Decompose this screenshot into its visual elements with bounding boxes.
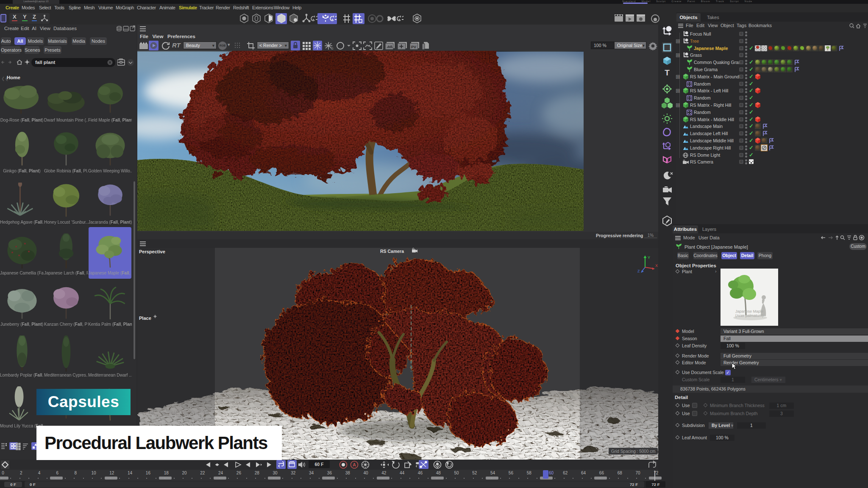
svg-text:PV: PV xyxy=(411,45,416,49)
svg-text:(Acer palmatum): (Acer palmatum) xyxy=(735,313,764,318)
svg-text:Place: Place xyxy=(139,316,151,321)
svg-text:G: G xyxy=(331,47,333,50)
svg-text:T: T xyxy=(665,68,670,77)
svg-text:Japanese Maple: Japanese Maple xyxy=(735,309,763,313)
svg-text:RS Camera: RS Camera xyxy=(380,249,404,254)
svg-text:A: A xyxy=(353,462,356,467)
svg-text:Y: Y xyxy=(648,255,650,260)
svg-text:X: X xyxy=(655,263,658,268)
svg-text:Grid Spacing : 5000 cm: Grid Spacing : 5000 cm xyxy=(611,449,656,454)
svg-text:Perspective: Perspective xyxy=(139,249,165,254)
svg-text:Z: Z xyxy=(637,269,640,273)
